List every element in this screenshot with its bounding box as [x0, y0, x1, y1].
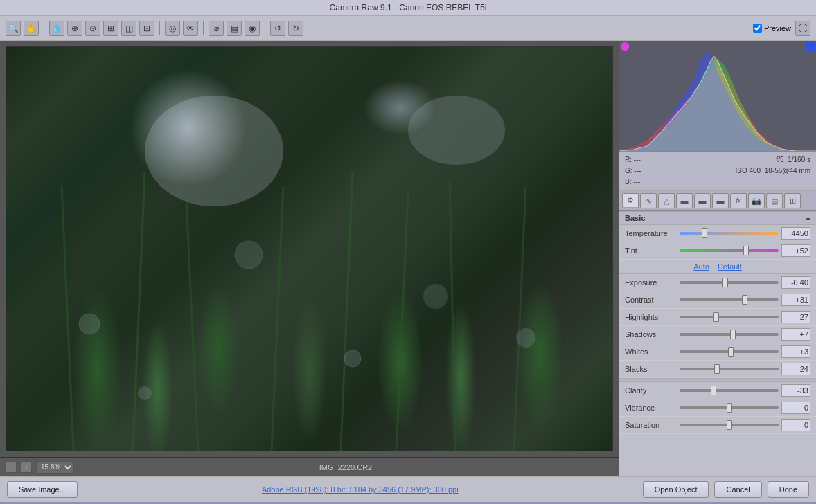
- full-screen-btn[interactable]: ⛶: [795, 21, 810, 36]
- bottom-bar: Save Image... Adobe RGB (1998); 8 bit; 5…: [0, 476, 816, 502]
- zoom-out-btn[interactable]: −: [6, 462, 17, 473]
- tab-basic-settings[interactable]: ⚙: [622, 193, 639, 208]
- r-value: ---: [634, 156, 641, 163]
- done-button[interactable]: Done: [768, 481, 809, 498]
- vibrance-input[interactable]: [781, 402, 810, 414]
- auto-button[interactable]: Auto: [693, 262, 709, 271]
- vibrance-label: Vibrance: [625, 404, 677, 412]
- main-container: 🔍 ✋ 💧 ⊕ ⊙ ⊞ ◫ ⊡ ◎ 👁 ⌀ ▤ ◉ ↺ ↻ Preview ⛶: [0, 16, 816, 502]
- highlights-thumb[interactable]: [713, 312, 719, 322]
- basic-section-label: Basic: [625, 214, 645, 222]
- clarity-input[interactable]: [781, 384, 810, 397]
- svg-rect-18: [806, 42, 815, 51]
- blacks-thumb[interactable]: [714, 364, 720, 374]
- zoom-in-btn[interactable]: +: [21, 462, 32, 473]
- zoom-tool[interactable]: 🔍: [6, 21, 21, 36]
- vibrance-slider[interactable]: [680, 406, 779, 409]
- exposure-thumb[interactable]: [722, 278, 728, 287]
- shadows-input[interactable]: [781, 328, 810, 341]
- tab-presets[interactable]: ▤: [766, 193, 783, 208]
- highlights-slider[interactable]: [680, 316, 779, 318]
- crop-tool[interactable]: ⊞: [103, 21, 118, 36]
- radial-filter[interactable]: ◉: [245, 21, 260, 36]
- zoom-select[interactable]: 15.8%: [36, 461, 74, 474]
- straighten-tool[interactable]: ◫: [121, 21, 136, 36]
- tab-lens-corrections[interactable]: ▬: [712, 193, 729, 208]
- contrast-thumb[interactable]: [742, 295, 747, 305]
- image-viewport: [6, 46, 613, 451]
- highlights-input[interactable]: [781, 311, 810, 323]
- temperature-input[interactable]: [781, 227, 810, 240]
- tint-thumb[interactable]: [743, 246, 749, 255]
- open-object-button[interactable]: Open Object: [643, 481, 709, 498]
- cancel-button[interactable]: Cancel: [714, 481, 761, 498]
- preview-checkbox[interactable]: [753, 24, 762, 33]
- save-image-button[interactable]: Save Image...: [7, 481, 78, 498]
- tab-split-toning[interactable]: ▬: [694, 193, 711, 208]
- blacks-slider[interactable]: [680, 368, 779, 370]
- exposure-input[interactable]: [781, 276, 810, 289]
- tab-camera-calibration[interactable]: 📷: [748, 193, 765, 208]
- clarity-thumb[interactable]: [711, 386, 716, 395]
- shadows-thumb[interactable]: [730, 330, 736, 339]
- panel-menu-icon[interactable]: ≡: [806, 214, 810, 222]
- svg-line-3: [269, 186, 283, 451]
- contrast-input[interactable]: [781, 294, 810, 306]
- rotate-cw[interactable]: ↻: [288, 21, 303, 36]
- saturation-thumb[interactable]: [727, 420, 732, 430]
- tab-effects[interactable]: fx: [730, 193, 747, 208]
- temperature-thumb[interactable]: [702, 228, 707, 238]
- tab-snapshots[interactable]: ⊞: [784, 193, 801, 208]
- redeye-tool[interactable]: 👁: [183, 21, 198, 36]
- histogram-area: [619, 41, 816, 152]
- saturation-slider[interactable]: [680, 424, 779, 426]
- clarity-slider[interactable]: [680, 389, 779, 392]
- color-profile-link[interactable]: Adobe RGB (1998); 8 bit; 5184 by 3456 (1…: [83, 485, 637, 494]
- transform-tool[interactable]: ⊡: [139, 21, 154, 36]
- vibrance-row: Vibrance: [619, 399, 816, 417]
- tint-slider[interactable]: [680, 249, 779, 252]
- contrast-slider[interactable]: [680, 298, 779, 301]
- b-label: B:: [625, 178, 631, 186]
- shadows-slider[interactable]: [680, 333, 779, 336]
- histogram-chart: [619, 41, 816, 151]
- tab-hsl[interactable]: ▬: [676, 193, 693, 208]
- tint-input[interactable]: [781, 244, 810, 257]
- white-balance-tool[interactable]: 💧: [49, 21, 64, 36]
- saturation-label: Saturation: [625, 421, 677, 429]
- whites-slider[interactable]: [680, 350, 779, 353]
- temperature-label: Temperature: [625, 229, 677, 237]
- saturation-input[interactable]: [781, 419, 810, 431]
- toolbar: 🔍 ✋ 💧 ⊕ ⊙ ⊞ ◫ ⊡ ◎ 👁 ⌀ ▤ ◉ ↺ ↻ Preview ⛶: [0, 16, 816, 41]
- contrast-row: Contrast: [619, 291, 816, 309]
- vibrance-thumb[interactable]: [727, 403, 732, 413]
- svg-point-13: [516, 328, 535, 348]
- temperature-slider[interactable]: [680, 232, 779, 235]
- exposure-slider[interactable]: [680, 281, 779, 284]
- whites-label: Whites: [625, 348, 677, 356]
- tab-detail[interactable]: △: [658, 193, 675, 208]
- whites-thumb[interactable]: [728, 347, 734, 357]
- svg-point-8: [79, 314, 100, 334]
- graduated-filter[interactable]: ▤: [227, 21, 242, 36]
- targeted-adjust-tool[interactable]: ⊙: [85, 21, 100, 36]
- shadows-row: Shadows: [619, 326, 816, 343]
- auto-default-row: Auto Default: [619, 260, 816, 274]
- highlights-label: Highlights: [625, 313, 677, 321]
- preview-checkbox-label[interactable]: Preview: [753, 24, 791, 33]
- right-panel: R: --- G: --- B: --- f/5 1/160 s ISO 400…: [619, 41, 816, 476]
- image-display: [6, 47, 612, 451]
- whites-input[interactable]: [781, 345, 810, 358]
- title-bar: Camera Raw 9.1 - Canon EOS REBEL T5i: [0, 0, 816, 16]
- spot-removal-tool[interactable]: ◎: [165, 21, 180, 36]
- lens-value: 18-55@44 mm: [765, 167, 810, 174]
- default-button[interactable]: Default: [718, 262, 742, 271]
- hand-tool[interactable]: ✋: [24, 21, 39, 36]
- toolbar-right: Preview ⛶: [753, 21, 810, 36]
- adjustment-brush[interactable]: ⌀: [209, 21, 224, 36]
- blacks-input[interactable]: [781, 363, 810, 375]
- color-sample-tool[interactable]: ⊕: [67, 21, 82, 36]
- rotate-ccw[interactable]: ↺: [270, 21, 285, 36]
- tint-label: Tint: [625, 246, 677, 255]
- tab-tone-curve[interactable]: ∿: [640, 193, 657, 208]
